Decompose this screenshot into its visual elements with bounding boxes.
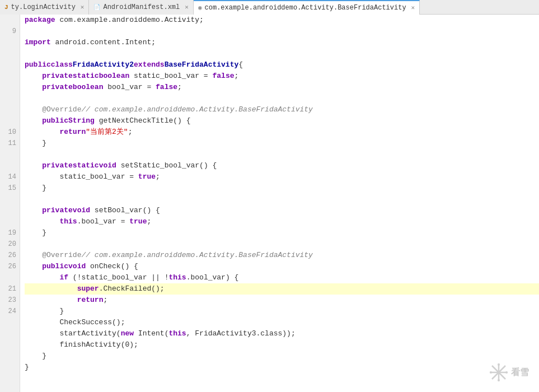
code-line-package: package com.example.androiddemo.Activity… — [25, 15, 539, 26]
code-line-import: import android.content.Intent; — [25, 37, 539, 48]
code-line-20: if (!static_bool_var || !this.bool_var) … — [25, 272, 539, 283]
line-numbers: 9 10 11 14 15 19 20 26 26 21 23 24 — [0, 15, 20, 392]
code-lines: package com.example.androiddemo.Activity… — [20, 15, 539, 392]
tab-base[interactable]: ◉ com.example.androiddemo.Activity.BaseF… — [194, 0, 420, 15]
code-line-brace2: } — [25, 183, 539, 194]
tab-label-base: com.example.androiddemo.Activity.BaseFri… — [205, 4, 406, 12]
code-line-26a: super.CheckFailed(); — [25, 283, 539, 295]
code-line-blank3 — [25, 93, 539, 104]
code-line-blank6 — [25, 239, 539, 250]
code-line-11: static_bool_var = true; — [25, 171, 539, 183]
code-line-brace6: } — [25, 362, 539, 373]
tab-icon-base: ◉ — [198, 4, 202, 11]
code-line-blank4 — [25, 149, 539, 160]
tab-label-manifest: AndroidManifest.xml — [103, 3, 180, 11]
code-line-bool-var: private boolean bool_var = false; — [25, 82, 539, 93]
tab-label-login: ty.LoginActivity — [11, 3, 76, 11]
code-line-brace1: } — [25, 138, 539, 149]
code-line-10: private static void setStatic_bool_var()… — [25, 160, 539, 171]
tab-manifest[interactable]: 📄 AndroidManifest.xml ✕ — [89, 0, 193, 15]
code-line-brace4: } — [25, 306, 539, 317]
code-line-blank1 — [25, 26, 539, 37]
code-line-getnextchecktitle: public String getNextCheckTitle() { — [25, 115, 539, 127]
tab-icon-login: J — [4, 4, 8, 11]
tab-close-login[interactable]: ✕ — [81, 3, 85, 11]
code-line-24: finishActivity(0); — [25, 339, 539, 351]
code-line-26b: return; — [25, 295, 539, 306]
code-line-21: CheckSuccess(); — [25, 317, 539, 328]
tab-close-manifest[interactable]: ✕ — [185, 3, 189, 11]
code-line-return-str: return "当前第2关"; — [25, 127, 539, 138]
tab-close-base[interactable]: ✕ — [411, 4, 415, 11]
code-line-brace5: } — [25, 351, 539, 362]
code-line-9: public class FridaActivity2 extends Base… — [25, 59, 539, 71]
code-line-19: public void onCheck() { — [25, 261, 539, 272]
code-area: 9 10 11 14 15 19 20 26 26 21 23 24 p — [0, 15, 539, 392]
tab-bar: J ty.LoginActivity ✕ 📄 AndroidManifest.x… — [0, 0, 539, 15]
code-line-14: private void setBool_var() { — [25, 205, 539, 216]
tab-login[interactable]: J ty.LoginActivity ✕ — [0, 0, 89, 15]
code-line-23: startActivity(new Intent(this, FridaActi… — [25, 328, 539, 339]
code-line-override2: @Override // com.example.androiddemo.Act… — [25, 250, 539, 261]
code-line-brace3: } — [25, 227, 539, 239]
code-line-blank2 — [25, 48, 539, 59]
code-line-blank5 — [25, 194, 539, 205]
tab-icon-manifest: 📄 — [93, 4, 100, 11]
code-line-static-bool: private static boolean static_bool_var =… — [25, 71, 539, 82]
code-line-15: this.bool_var = true; — [25, 216, 539, 227]
code-line-override1: @Override // com.example.androiddemo.Act… — [25, 104, 539, 115]
